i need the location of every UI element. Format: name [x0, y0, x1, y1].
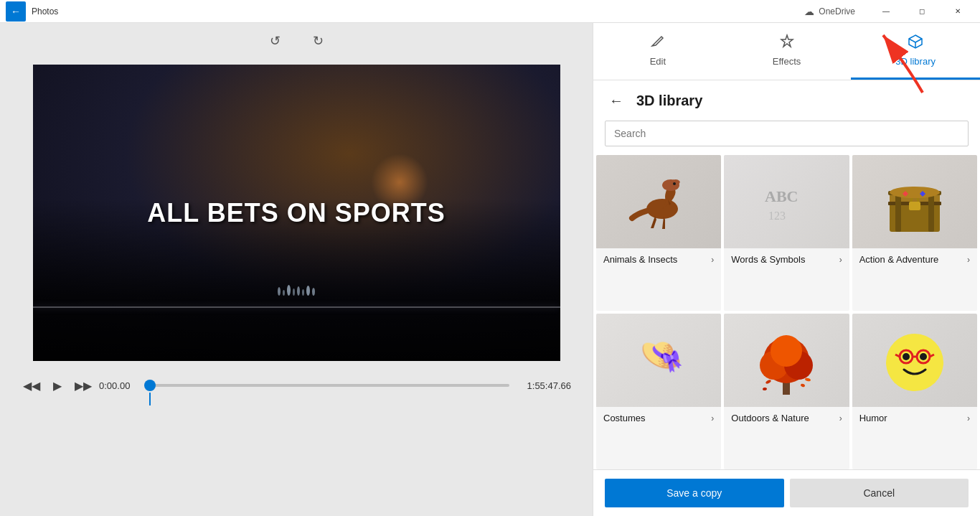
category-costumes[interactable]: 👒 Costumes ›: [596, 314, 721, 469]
costumes-chevron: ›: [711, 413, 714, 423]
minimize-button[interactable]: —: [870, 0, 903, 23]
svg-point-33: [920, 353, 927, 360]
humor-label-row: Humor ›: [852, 407, 977, 429]
costumes-label: Costumes: [603, 413, 646, 423]
panel-back-button[interactable]: ←: [605, 89, 628, 112]
svg-point-28: [801, 383, 806, 388]
animals-chevron: ›: [711, 255, 714, 265]
undo-icon: ↺: [270, 33, 281, 49]
onedrive-area: ☁ OneDrive: [804, 6, 855, 17]
onedrive-icon: ☁: [804, 6, 814, 17]
panel-header-area: ← 3D library: [593, 80, 980, 121]
video-surface-line: [33, 306, 560, 308]
svg-point-32: [903, 353, 910, 360]
svg-rect-16: [895, 191, 901, 232]
svg-rect-15: [909, 202, 920, 210]
words-label-row: Words & Symbols ›: [724, 248, 849, 271]
words-svg: ABC 123: [747, 162, 826, 241]
cancel-button[interactable]: Cancel: [790, 479, 969, 507]
animals-label: Animals & Insects: [603, 254, 677, 265]
video-title-text: ALL BETS ON SPORTS: [147, 198, 445, 228]
dinosaur-svg: [619, 162, 698, 241]
edit-tab-icon: [650, 34, 666, 53]
title-bar: ← Photos ☁ OneDrive — ◻ ✕: [0, 0, 980, 23]
svg-point-30: [805, 377, 811, 382]
category-grid: Animals & Insects › ABC 123 Words & Symb…: [593, 155, 980, 469]
search-input[interactable]: [605, 121, 969, 146]
svg-point-29: [763, 388, 768, 391]
svg-point-18: [890, 187, 940, 198]
svg-text:👒: 👒: [639, 334, 684, 377]
timeline-thumb[interactable]: [144, 380, 156, 391]
costumes-thumb: 👒: [596, 314, 721, 407]
step-back-button[interactable]: ◀◀: [22, 375, 42, 395]
search-container: [593, 121, 980, 155]
timeline-track[interactable]: [150, 384, 509, 387]
save-copy-button[interactable]: Save a copy: [605, 479, 784, 507]
svg-line-3: [915, 39, 922, 42]
app-title: Photos: [32, 6, 58, 17]
3dlibrary-tab-icon: [908, 34, 923, 53]
nature-chevron: ›: [839, 413, 842, 423]
costumes-label-row: Costumes ›: [596, 407, 721, 429]
action-svg: [875, 162, 954, 241]
svg-text:123: 123: [768, 210, 786, 222]
nature-label: Outdoors & Nature: [731, 413, 809, 423]
animals-thumb: [596, 155, 721, 248]
effects-tab-icon: [779, 34, 795, 53]
tab-effects[interactable]: Effects: [722, 23, 852, 80]
title-bar-left: ← Photos: [6, 1, 58, 22]
category-nature[interactable]: Outdoors & Nature ›: [724, 314, 849, 469]
svg-point-26: [771, 335, 802, 367]
main-layout: ↺ ↻ ALL BETS ON SPORTS: [0, 23, 980, 516]
svg-point-27: [765, 379, 772, 384]
onedrive-label: OneDrive: [819, 6, 855, 17]
play-button[interactable]: ▶: [47, 375, 67, 395]
svg-rect-17: [928, 191, 934, 232]
title-bar-controls: ☁ OneDrive — ◻ ✕: [804, 0, 974, 23]
category-action[interactable]: Action & Adventure ›: [852, 155, 977, 311]
undo-button[interactable]: ↺: [262, 28, 288, 54]
tab-edit[interactable]: Edit: [593, 23, 722, 80]
panel-footer: Save a copy Cancel: [593, 469, 980, 516]
close-button[interactable]: ✕: [941, 0, 974, 23]
humor-chevron: ›: [967, 413, 970, 423]
humor-label: Humor: [859, 413, 887, 423]
svg-point-31: [886, 334, 943, 391]
current-time: 0:00.00: [99, 380, 138, 391]
tab-3dlibrary[interactable]: 3D library: [851, 23, 980, 80]
words-label: Words & Symbols: [731, 254, 805, 265]
svg-point-8: [673, 182, 676, 185]
animals-label-row: Animals & Insects ›: [596, 248, 721, 271]
svg-text:ABC: ABC: [765, 187, 798, 205]
total-time: 1:55:47.66: [521, 380, 571, 391]
nature-svg: [747, 321, 826, 400]
humor-svg: [875, 321, 954, 400]
toolbar-row: ↺ ↻: [0, 23, 593, 59]
panel-tabs: Edit Effects: [593, 23, 980, 80]
right-panel: Edit Effects: [593, 23, 980, 516]
nature-thumb: [724, 314, 849, 407]
redo-icon: ↻: [313, 33, 324, 49]
left-panel: ↺ ↻ ALL BETS ON SPORTS: [0, 23, 593, 516]
redo-button[interactable]: ↻: [305, 28, 331, 54]
category-words[interactable]: ABC 123 Words & Symbols ›: [724, 155, 849, 311]
maximize-button[interactable]: ◻: [905, 0, 938, 23]
action-label: Action & Adventure: [859, 254, 939, 265]
video-player: ALL BETS ON SPORTS: [33, 65, 560, 361]
category-animals[interactable]: Animals & Insects ›: [596, 155, 721, 311]
nature-label-row: Outdoors & Nature ›: [724, 407, 849, 429]
edit-tab-label: Edit: [650, 56, 666, 67]
category-humor[interactable]: Humor ›: [852, 314, 977, 469]
timeline-controls: ◀◀ ▶ ▶▶ 0:00.00 1:55:47.66: [22, 375, 571, 395]
costumes-svg: 👒: [619, 321, 698, 400]
3dlibrary-tab-label: 3D library: [895, 56, 936, 67]
action-thumb: [852, 155, 977, 248]
timeline-area: ◀◀ ▶ ▶▶ 0:00.00 1:55:47.66: [0, 361, 593, 403]
words-chevron: ›: [839, 255, 842, 265]
back-button[interactable]: ←: [6, 1, 26, 22]
panel-title: 3D library: [636, 93, 702, 109]
svg-marker-0: [781, 35, 793, 47]
words-thumb: ABC 123: [724, 155, 849, 248]
step-forward-button[interactable]: ▶▶: [73, 375, 93, 395]
